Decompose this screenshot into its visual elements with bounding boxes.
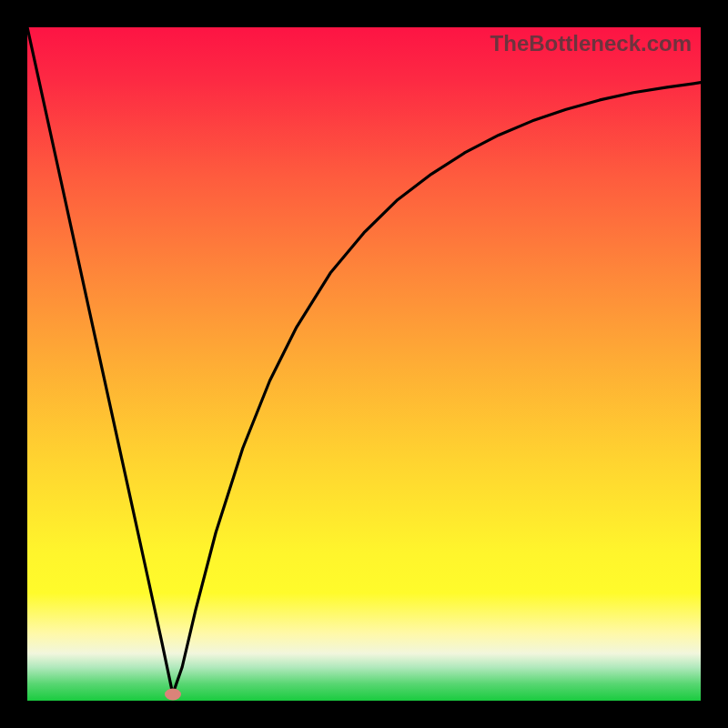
- frame-border-top: [0, 0, 728, 27]
- watermark-text: TheBottleneck.com: [490, 31, 692, 56]
- frame-border-right: [701, 0, 728, 728]
- frame-border-left: [0, 0, 27, 728]
- plot-area: [27, 27, 701, 701]
- frame-border-bottom: [0, 701, 728, 728]
- bottleneck-curve: [27, 27, 701, 701]
- minimum-marker: [165, 688, 181, 700]
- chart-frame: TheBottleneck.com: [0, 0, 728, 728]
